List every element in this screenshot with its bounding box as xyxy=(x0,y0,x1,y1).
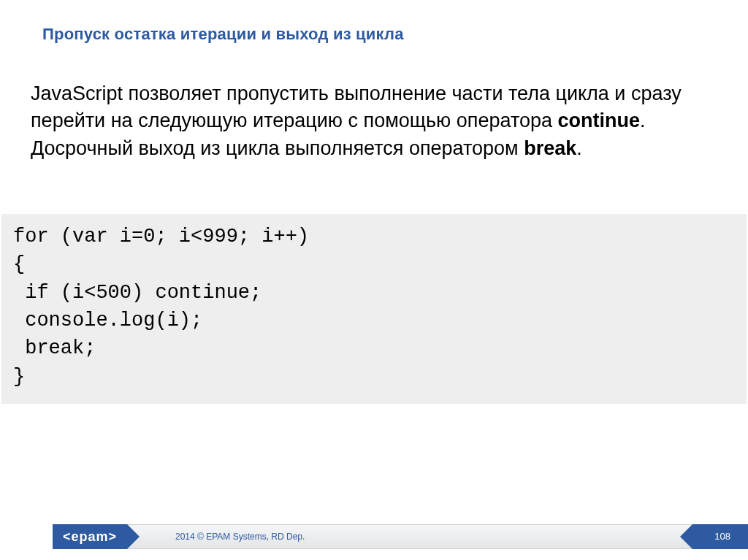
slide-heading: Пропуск остатка итерации и выход из цикл… xyxy=(42,25,404,44)
epam-logo: <epam> xyxy=(53,524,127,549)
body-part3: . xyxy=(576,137,582,159)
code-block: for (var i=0; i<999; i++) { if (i<500) c… xyxy=(1,214,747,404)
footer: <epam> 2014 © EPAM Systems, RD Dep. 108 xyxy=(0,524,748,549)
slide: Пропуск остатка итерации и выход из цикл… xyxy=(0,0,748,560)
footer-bar xyxy=(53,524,748,549)
footer-copyright: 2014 © EPAM Systems, RD Dep. xyxy=(175,524,305,549)
slide-body-text: JavaScript позволяет пропустить выполнен… xyxy=(31,80,717,162)
page-number: 108 xyxy=(692,524,748,549)
body-bold-break: break xyxy=(524,137,576,159)
logo-wrap: <epam> xyxy=(53,524,127,549)
body-bold-continue: continue xyxy=(558,110,641,131)
